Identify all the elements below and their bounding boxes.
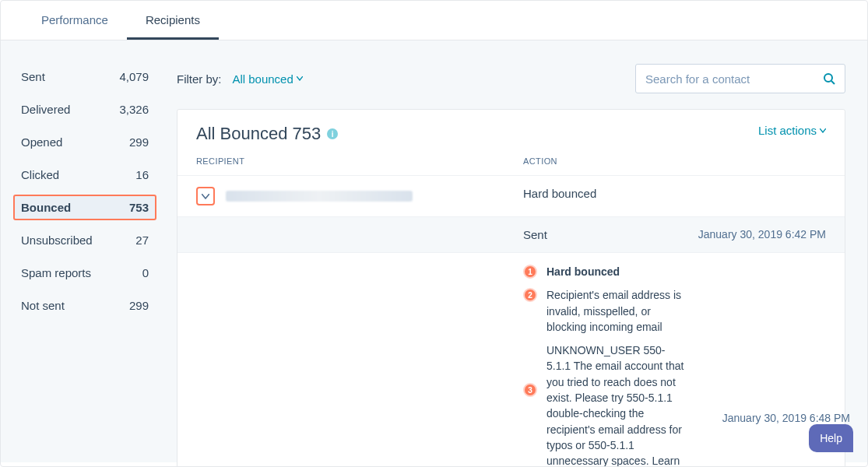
svg-point-0 — [824, 74, 832, 82]
column-recipient: RECIPIENT — [196, 156, 523, 166]
recipient-email-redacted — [226, 191, 413, 202]
status-sidebar: Sent4,079 Delivered3,326 Opened299 Click… — [13, 64, 156, 462]
table-row[interactable]: Hard bounced — [177, 175, 845, 216]
chevron-down-icon — [820, 128, 826, 133]
svg-line-1 — [831, 81, 835, 84]
column-action: ACTION — [523, 156, 662, 166]
search-input-container[interactable] — [635, 64, 845, 93]
recipients-card: All Bounced 753 i List actions RECIPIENT… — [177, 109, 845, 467]
sidebar-item-sent[interactable]: Sent4,079 — [13, 64, 156, 90]
action-cell: Sent — [523, 228, 662, 241]
chevron-down-icon — [297, 76, 303, 81]
table-row-detail: 1 Hard bounced 2 Recipient's email addre… — [177, 252, 845, 467]
search-icon — [823, 72, 835, 85]
chevron-down-icon — [202, 194, 209, 199]
action-cell: Hard bounced — [523, 187, 662, 200]
table-headers: RECIPIENT ACTION — [177, 153, 845, 175]
annotation-badge-3: 3 — [523, 383, 537, 397]
sidebar-item-clicked[interactable]: Clicked16 — [13, 162, 156, 188]
filter-dropdown[interactable]: All bounced — [232, 72, 302, 86]
annotation-badge-1: 1 — [523, 265, 537, 279]
page-title: All Bounced 753 i — [196, 124, 338, 144]
list-actions-dropdown[interactable]: List actions — [758, 124, 826, 137]
tab-performance[interactable]: Performance — [23, 1, 127, 40]
filter-control: Filter by: All bounced — [177, 72, 303, 86]
bounce-reason: Recipient's email address is invalid, mi… — [546, 287, 687, 335]
bounce-title: Hard bounced — [546, 264, 620, 279]
table-row[interactable]: Sent January 30, 2019 6:42 PM — [177, 216, 845, 252]
date-cell: January 30, 2019 6:48 PM — [687, 412, 850, 424]
bounce-message: UNKNOWN_USER 550-5.1.1 The email account… — [546, 342, 687, 467]
tab-recipients[interactable]: Recipients — [127, 1, 219, 40]
filter-label: Filter by: — [177, 72, 222, 86]
annotation-badge-2: 2 — [523, 288, 537, 302]
date-cell: January 30, 2019 6:42 PM — [662, 228, 826, 241]
sidebar-item-not-sent[interactable]: Not sent299 — [13, 293, 156, 318]
sidebar-item-unsubscribed[interactable]: Unsubscribed27 — [13, 227, 156, 253]
sidebar-item-bounced[interactable]: Bounced753 — [13, 195, 156, 220]
expand-row-button[interactable] — [196, 187, 215, 205]
main-tabs: Performance Recipients — [1, 1, 867, 40]
sidebar-item-spam-reports[interactable]: Spam reports0 — [13, 260, 156, 286]
info-icon[interactable]: i — [327, 128, 338, 139]
search-input[interactable] — [645, 72, 823, 86]
help-button[interactable]: Help — [809, 424, 853, 452]
sidebar-item-opened[interactable]: Opened299 — [13, 129, 156, 155]
sidebar-item-delivered[interactable]: Delivered3,326 — [13, 97, 156, 122]
